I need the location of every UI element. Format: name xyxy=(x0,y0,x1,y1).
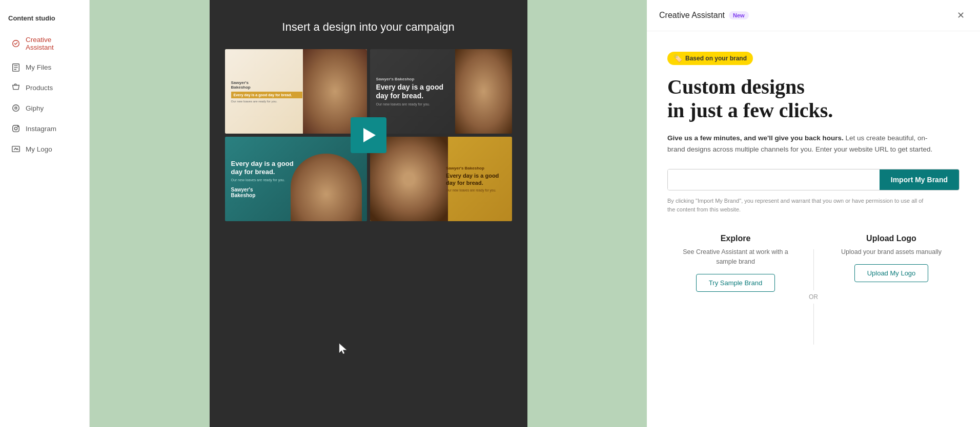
sidebar-label-my-logo: My Logo xyxy=(26,145,52,153)
url-input-row: Import My Brand xyxy=(667,169,959,190)
brand-badge-icon: 🏷️ xyxy=(673,54,682,62)
svg-point-5 xyxy=(17,126,18,126)
logo-icon xyxy=(11,144,21,154)
creative-assistant-icon xyxy=(11,39,21,48)
canvas-title: Insert a design into your campaign xyxy=(282,20,454,34)
play-button[interactable] xyxy=(351,117,386,153)
url-input[interactable] xyxy=(668,169,880,190)
design-grid: Sawyer'sBakeshop Every day is a good day… xyxy=(225,49,512,221)
sidebar-label-creative-assistant: Creative Assistant xyxy=(26,36,78,51)
design-card-4[interactable]: Sawyer's Bakeshop Every day is a good da… xyxy=(370,137,512,221)
sidebar-item-instagram[interactable]: Instagram xyxy=(3,119,86,138)
close-button[interactable]: ✕ xyxy=(953,8,968,23)
upload-option: Upload Logo Upload your brand assets man… xyxy=(823,234,959,282)
canvas-area: Insert a design into your campaign Sawye… xyxy=(210,0,527,427)
cursor xyxy=(338,343,348,358)
design-card-3[interactable]: Every day is a good day for bread. Our n… xyxy=(225,137,367,221)
sidebar-item-creative-assistant[interactable]: Creative Assistant xyxy=(3,31,86,56)
sidebar-item-products[interactable]: Products xyxy=(3,78,86,97)
sidebar-label-my-files: My Files xyxy=(26,63,51,71)
or-text: OR xyxy=(809,290,818,304)
disclaimer: By clicking "Import My Brand", you repre… xyxy=(667,197,924,214)
new-badge: New xyxy=(729,11,749,19)
instagram-icon xyxy=(11,124,21,133)
panel-header: Creative Assistant New ✕ xyxy=(647,0,980,31)
products-icon xyxy=(11,83,21,92)
explore-desc: See Creative Assistant at work with a sa… xyxy=(678,247,793,267)
giphy-icon xyxy=(11,103,21,113)
divider-line-2 xyxy=(813,304,814,345)
main-content: Insert a design into your campaign Sawye… xyxy=(90,0,647,427)
explore-title: Explore xyxy=(721,234,751,243)
design-card-1[interactable]: Sawyer'sBakeshop Every day is a good day… xyxy=(225,49,367,134)
brand-badge-label: Based on your brand xyxy=(685,55,747,62)
or-divider: OR xyxy=(804,234,823,345)
files-icon xyxy=(11,62,21,72)
upload-title: Upload Logo xyxy=(866,234,916,243)
try-sample-brand-button[interactable]: Try Sample Brand xyxy=(696,274,775,292)
brand-badge: 🏷️ Based on your brand xyxy=(667,52,753,65)
right-panel: Creative Assistant New ✕ 🏷️ Based on you… xyxy=(647,0,980,427)
sidebar-item-my-logo[interactable]: My Logo xyxy=(3,139,86,159)
sidebar-label-products: Products xyxy=(26,84,53,92)
divider-line xyxy=(813,249,814,290)
svg-point-4 xyxy=(14,127,17,130)
sidebar-item-giphy[interactable]: Giphy xyxy=(3,98,86,118)
design-card-2[interactable]: Sawyer's Bakeshop Every day is a good da… xyxy=(370,49,512,134)
sidebar-label-instagram: Instagram xyxy=(26,125,56,133)
sidebar-item-my-files[interactable]: My Files xyxy=(3,57,86,77)
sidebar: Content studio Creative Assistant My Fil… xyxy=(0,0,90,427)
upload-desc: Upload your brand assets manually xyxy=(841,247,942,257)
import-brand-button[interactable]: Import My Brand xyxy=(880,169,959,190)
panel-title-row: Creative Assistant New xyxy=(659,11,749,20)
main-heading: Custom designs in just a few clicks. xyxy=(667,75,959,122)
panel-title: Creative Assistant xyxy=(659,11,725,20)
app-title: Content studio xyxy=(0,8,89,30)
panel-body: 🏷️ Based on your brand Custom designs in… xyxy=(647,31,980,427)
explore-option: Explore See Creative Assistant at work w… xyxy=(667,234,804,292)
options-row: Explore See Creative Assistant at work w… xyxy=(667,234,959,345)
upload-my-logo-button[interactable]: Upload My Logo xyxy=(854,264,929,282)
svg-point-2 xyxy=(13,105,19,112)
description: Give us a few minutes, and we'll give yo… xyxy=(667,133,944,155)
sidebar-label-giphy: Giphy xyxy=(26,104,44,112)
